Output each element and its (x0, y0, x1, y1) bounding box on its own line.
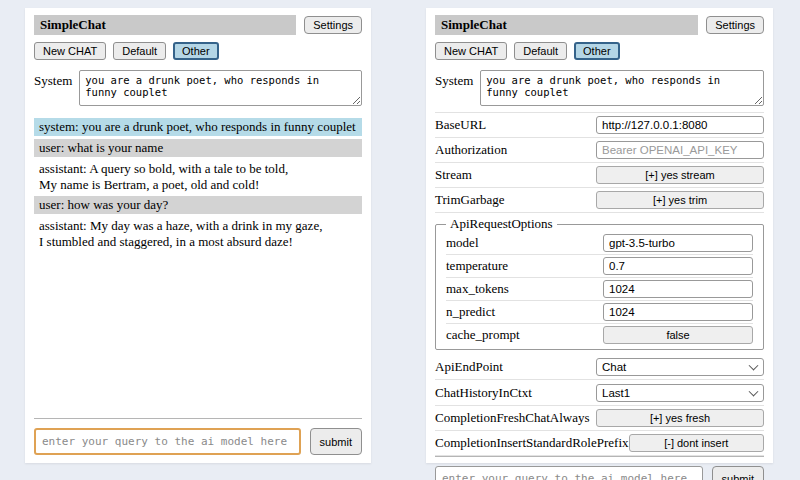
trim-garbage-toggle-button[interactable]: [+] yes trim (596, 191, 764, 209)
submit-button[interactable]: submit (712, 466, 764, 480)
setting-row: ApiEndPoint Chat (435, 354, 764, 380)
submit-button[interactable]: submit (310, 428, 362, 455)
completion-insert-toggle-button[interactable]: [-] dont insert (629, 434, 764, 452)
setting-label: ApiEndPoint (435, 359, 503, 375)
system-prompt-textarea[interactable]: you are a drunk poet, who responds in fu… (480, 70, 764, 106)
n-predict-input[interactable] (603, 303, 753, 321)
setting-row: temperature (446, 255, 753, 278)
query-input[interactable] (34, 428, 301, 455)
setting-label: ChatHistoryInCtxt (435, 385, 532, 401)
api-endpoint-select-wrap: Chat (596, 357, 764, 376)
setting-row: TrimGarbage [+] yes trim (435, 188, 764, 213)
setting-label: CompletionFreshChatAlways (435, 410, 590, 426)
query-row: submit (435, 466, 764, 480)
chat-message: user: what is your name (34, 139, 362, 157)
chat-message: assistant: My day was a haze, with a dri… (34, 217, 362, 251)
chat-log: system: you are a drunk poet, who respon… (34, 118, 362, 418)
setting-row: model (446, 232, 753, 255)
setting-label: cache_prompt (446, 327, 520, 343)
setting-label: temperature (446, 258, 508, 274)
setting-label: BaseURL (435, 117, 486, 133)
header-row: SimpleChat Settings (34, 15, 362, 35)
app-titlebar: SimpleChat (435, 15, 698, 35)
setting-label: Stream (435, 167, 472, 183)
settings-button[interactable]: Settings (706, 16, 764, 34)
chat-panel: SimpleChat Settings New CHAT Default Oth… (25, 8, 371, 463)
default-session-button[interactable]: Default (113, 42, 166, 60)
max-tokens-input[interactable] (603, 280, 753, 298)
system-label: System (34, 70, 72, 106)
completion-fresh-toggle-button[interactable]: [+] yes fresh (596, 409, 764, 427)
divider (435, 456, 764, 457)
query-input[interactable] (435, 466, 703, 480)
setting-row: cache_prompt false (446, 324, 753, 346)
setting-label: model (446, 235, 479, 251)
setting-label: CompletionInsertStandardRolePrefix (435, 435, 629, 451)
page: SimpleChat Settings New CHAT Default Oth… (0, 0, 800, 463)
cache-prompt-toggle-button[interactable]: false (603, 326, 753, 344)
setting-row: CompletionInsertStandardRolePrefix [-] d… (435, 431, 764, 456)
toolbar: New CHAT Default Other (435, 42, 764, 60)
settings-list: BaseURL Authorization Stream [+] yes str… (435, 112, 764, 456)
setting-row: CompletionFreshChatAlways [+] yes fresh (435, 406, 764, 431)
setting-row: n_predict (446, 301, 753, 324)
chat-history-select[interactable]: Last1 (596, 384, 764, 402)
chat-history-select-wrap: Last1 (596, 383, 764, 402)
setting-row: ChatHistoryInCtxt Last1 (435, 380, 764, 406)
chat-message: user: how was your day? (34, 196, 362, 214)
temperature-input[interactable] (603, 257, 753, 275)
settings-button[interactable]: Settings (304, 16, 362, 34)
new-chat-button[interactable]: New CHAT (34, 42, 106, 60)
chat-message: system: you are a drunk poet, who respon… (34, 118, 362, 136)
base-url-input[interactable] (596, 116, 764, 134)
new-chat-button[interactable]: New CHAT (435, 42, 507, 60)
system-prompt-textarea[interactable]: you are a drunk poet, who responds in fu… (79, 70, 362, 106)
model-input[interactable] (603, 234, 753, 252)
setting-row: max_tokens (446, 278, 753, 301)
header-row: SimpleChat Settings (435, 15, 764, 35)
system-row: System you are a drunk poet, who respond… (34, 70, 362, 106)
stream-toggle-button[interactable]: [+] yes stream (596, 166, 764, 184)
setting-label: n_predict (446, 304, 495, 320)
api-endpoint-select[interactable]: Chat (596, 358, 764, 376)
authorization-input[interactable] (596, 141, 764, 159)
system-row: System you are a drunk poet, who respond… (435, 70, 764, 106)
other-session-button[interactable]: Other (173, 42, 219, 60)
settings-panel: SimpleChat Settings New CHAT Default Oth… (426, 8, 773, 463)
toolbar: New CHAT Default Other (34, 42, 362, 60)
setting-label: Authorization (435, 142, 507, 158)
setting-label: max_tokens (446, 281, 509, 297)
system-label: System (435, 70, 473, 106)
setting-row: Authorization (435, 138, 764, 163)
other-session-button[interactable]: Other (574, 42, 620, 60)
chat-message: assistant: A query so bold, with a tale … (34, 160, 362, 194)
query-row: submit (34, 428, 362, 455)
api-request-options-legend: ApiRequestOptions (446, 216, 557, 232)
setting-row: BaseURL (435, 113, 764, 138)
default-session-button[interactable]: Default (514, 42, 567, 60)
setting-row: Stream [+] yes stream (435, 163, 764, 188)
app-titlebar: SimpleChat (34, 15, 296, 35)
api-request-options-fieldset: ApiRequestOptions model temperature max_… (435, 216, 764, 350)
setting-label: TrimGarbage (435, 192, 505, 208)
divider (34, 418, 362, 419)
